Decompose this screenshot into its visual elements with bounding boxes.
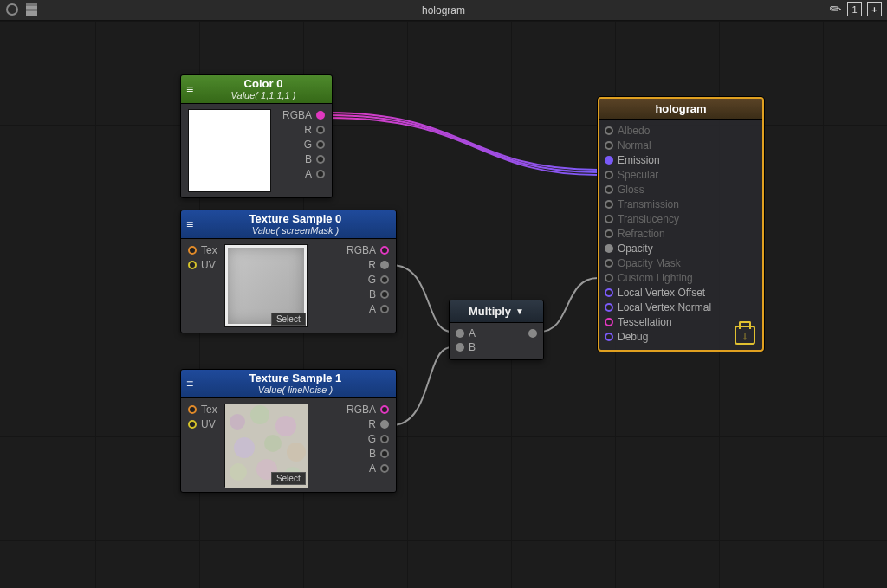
graph-canvas[interactable]: ≡ Color 0 Value( 1,1,1,1 ) RGBA R G B A — [0, 21, 887, 588]
menu-icon[interactable]: ≡ — [186, 377, 200, 391]
window-title: hologram — [422, 4, 465, 16]
editor-window: hologram ✎ 1 + — [0, 0, 887, 588]
input-transmission[interactable]: Transmission — [605, 198, 755, 210]
node-title: Color 0 — [200, 78, 327, 90]
output-b[interactable]: B — [369, 448, 389, 460]
node-title: Texture Sample 0 — [200, 213, 391, 225]
node-master-output[interactable]: hologram Albedo Normal Emission Specular… — [598, 97, 764, 352]
node-multiply[interactable]: Multiply ▼ A B — [449, 300, 544, 360]
input-uv[interactable]: UV — [188, 418, 217, 430]
svg-point-2 — [250, 405, 269, 424]
output[interactable] — [528, 329, 537, 338]
output-a[interactable]: A — [369, 303, 389, 315]
select-button[interactable]: Select — [271, 313, 306, 326]
menu-icon[interactable]: ≡ — [186, 82, 200, 96]
input-tex[interactable]: Tex — [188, 244, 217, 256]
color-preview[interactable] — [188, 109, 271, 192]
title-bar[interactable]: hologram ✎ 1 + — [0, 0, 887, 21]
maximize-icon[interactable]: 1 — [847, 2, 862, 16]
node-title: Texture Sample 1 — [200, 372, 391, 384]
input-local-vertex-normal[interactable]: Local Vertex Normal — [605, 301, 755, 313]
select-button[interactable]: Select — [271, 472, 306, 485]
output-r[interactable]: R — [368, 259, 389, 271]
input-opacity[interactable]: Opacity — [605, 242, 755, 255]
svg-point-1 — [230, 414, 245, 430]
output-r[interactable]: R — [368, 418, 389, 430]
output-g[interactable]: G — [304, 139, 325, 151]
output-r[interactable]: R — [304, 124, 325, 136]
input-opacity-mask[interactable]: Opacity Mask — [605, 257, 755, 269]
output-g[interactable]: G — [368, 433, 389, 445]
input-custom-lighting[interactable]: Custom Lighting — [605, 272, 755, 284]
node-subtitle: Value( lineNoise ) — [200, 384, 391, 395]
input-a[interactable]: A — [456, 327, 476, 339]
output-b[interactable]: B — [305, 153, 325, 165]
node-header[interactable]: ≡ Texture Sample 1 Value( lineNoise ) — [181, 370, 396, 398]
input-gloss[interactable]: Gloss — [605, 184, 755, 196]
output-rgba[interactable]: RGBA — [282, 109, 325, 121]
output-a[interactable]: A — [305, 168, 325, 180]
input-debug[interactable]: Debug — [605, 331, 755, 343]
input-tex[interactable]: Tex — [188, 404, 217, 416]
add-icon[interactable]: + — [867, 2, 882, 16]
node-header[interactable]: ≡ Color 0 Value( 1,1,1,1 ) — [181, 75, 332, 104]
node-subtitle: Value( 1,1,1,1 ) — [200, 90, 327, 100]
svg-point-7 — [230, 463, 247, 481]
save-icon[interactable]: ↓ — [735, 326, 755, 345]
output-g[interactable]: G — [368, 274, 389, 286]
node-texture-sample-1[interactable]: ≡ Texture Sample 1 Value( lineNoise ) Te… — [180, 369, 397, 493]
node-color-0[interactable]: ≡ Color 0 Value( 1,1,1,1 ) RGBA R G B A — [180, 74, 333, 198]
input-local-vertex-offset[interactable]: Local Vertex Offset — [605, 287, 755, 299]
texture-preview[interactable]: Select — [224, 244, 308, 327]
node-header[interactable]: ≡ Texture Sample 0 Value( screenMask ) — [181, 210, 396, 239]
input-specular[interactable]: Specular — [605, 169, 755, 181]
texture-preview[interactable]: Select — [224, 404, 308, 487]
close-icon[interactable] — [5, 3, 19, 16]
input-normal[interactable]: Normal — [605, 139, 755, 152]
brush-icon[interactable]: ✎ — [825, 0, 845, 18]
input-translucency[interactable]: Translucency — [605, 213, 755, 225]
input-albedo[interactable]: Albedo — [605, 125, 755, 137]
chevron-down-icon[interactable]: ▼ — [515, 307, 524, 316]
node-texture-sample-0[interactable]: ≡ Texture Sample 0 Value( screenMask ) T… — [180, 210, 397, 333]
input-emission[interactable]: Emission — [605, 154, 755, 166]
node-title[interactable]: hologram — [599, 99, 762, 120]
output-b[interactable]: B — [369, 288, 389, 300]
node-subtitle: Value( screenMask ) — [200, 225, 391, 236]
output-rgba[interactable]: RGBA — [346, 244, 389, 256]
svg-point-4 — [234, 437, 255, 458]
node-header[interactable]: Multiply ▼ — [450, 300, 543, 323]
input-refraction[interactable]: Refraction — [605, 228, 755, 240]
input-tessellation[interactable]: Tessellation — [605, 316, 755, 328]
output-rgba[interactable]: RGBA — [346, 404, 389, 416]
node-title: Multiply — [469, 305, 511, 318]
menu-icon[interactable]: ≡ — [186, 217, 200, 231]
input-b[interactable]: B — [456, 341, 476, 353]
document-icon[interactable] — [24, 3, 38, 16]
input-uv[interactable]: UV — [188, 259, 217, 271]
output-a[interactable]: A — [369, 462, 389, 475]
svg-point-5 — [264, 435, 282, 452]
svg-point-3 — [275, 416, 296, 436]
svg-point-6 — [287, 443, 306, 462]
